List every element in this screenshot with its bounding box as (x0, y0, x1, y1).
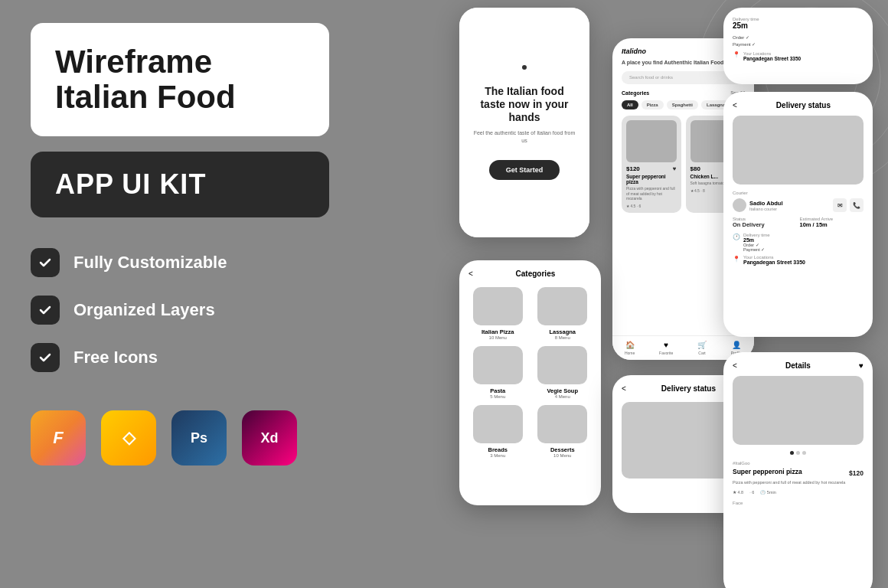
pill-spaghetti[interactable]: Spaghetti (667, 100, 698, 109)
cat-count-2: 8 Menu (555, 335, 570, 340)
nav-home[interactable]: 🏠 Home (625, 341, 635, 355)
cat-count-1: 10 Menu (489, 335, 507, 340)
search-placeholder: Search food or drinks (629, 75, 673, 80)
nav-favorite[interactable]: ♥ Favorite (659, 341, 673, 355)
cat-img-2 (537, 287, 587, 325)
food-price-1: $120 (626, 165, 640, 172)
cat-count-5: 3 Menu (490, 453, 505, 458)
checkmark-svg-2 (38, 302, 53, 318)
checkmark-svg-3 (38, 350, 53, 365)
courier-avatar (733, 198, 746, 212)
detail-product-image (733, 376, 864, 445)
courier-details: Sadio Abdul Italiano courier (749, 200, 782, 211)
splash-title: The Italian food taste now in your hands (472, 85, 577, 123)
courier-section-label: Courier (733, 191, 864, 195)
location-details: Your Locations Pangadegan Street 3350 (743, 255, 805, 265)
dr-back-icon[interactable]: < (733, 101, 737, 109)
feature-label-1: Fully Customizable (73, 253, 227, 273)
cat-img-5 (473, 405, 523, 443)
categories-back-icon[interactable]: < (468, 270, 473, 278)
food-image-1 (626, 120, 677, 162)
detail-rating: ★ 4.8 (733, 490, 743, 495)
pill-pizza[interactable]: Pizza (642, 100, 664, 109)
delivery-bottom-back-icon[interactable]: < (622, 384, 626, 393)
tagline-pre: A place you find (622, 60, 664, 65)
cat-item-1[interactable]: Italian Pizza 10 Menu (468, 287, 527, 340)
detail-header: < Details ♥ (733, 361, 864, 370)
cat-item-5[interactable]: Breads 3 Menu (468, 405, 527, 458)
location-info: Your Locations Pangadegan Street 3350 (743, 51, 801, 61)
adobexd-icon: Xd (242, 410, 297, 466)
food-price-row-1: $120 ♥ (626, 165, 677, 172)
delivery-time-section: Delivery time 25m (733, 17, 864, 30)
detail-heart-icon[interactable]: ♥ (859, 361, 864, 370)
detail-product-name: Super pepperoni pizza (733, 468, 802, 475)
heart-icon-1[interactable]: ♥ (673, 165, 677, 172)
detail-meta: ★ 4.8 · 6 🕐 5min (733, 490, 864, 495)
feature-item-1: Fully Customizable (31, 248, 329, 277)
tagline-bold: Authenthic Italian Food (664, 60, 724, 65)
check-icon-1 (31, 248, 60, 277)
cat-item-4[interactable]: Vegie Soup 4 Menu (534, 346, 593, 399)
phone-details-right: < Details ♥ #ItalGoo Super pepperoni piz… (723, 352, 873, 588)
cat-name-6: Desserts (550, 446, 575, 453)
clock-icon: 🕐 (733, 234, 740, 240)
dot-1 (790, 451, 794, 455)
dot-3 (802, 451, 806, 455)
figma-icon: F (31, 410, 86, 466)
order-payment-info: Order ✓ Payment ✓ (743, 243, 770, 252)
phones-area: The Italian food taste now in your hands… (322, 0, 880, 588)
courier-info: Sadio Abdul Italiano courier (733, 198, 782, 212)
home-logo: Italidno (622, 47, 646, 55)
cat-name-1: Italian Pizza (482, 328, 514, 335)
cat-name-2: Lassagna (549, 328, 576, 335)
dr-map-image (733, 116, 864, 185)
nav-cart-label: Cart (698, 351, 705, 355)
nav-cart[interactable]: 🛒 Cart (697, 341, 707, 355)
phone-categories: < Categories Italian Pizza 10 Menu Lassa… (459, 260, 601, 505)
pill-all[interactable]: All (622, 100, 638, 109)
main-title: Wireframe Italian Food (55, 44, 305, 115)
location-value-dr: Pangadegan Street 3350 (743, 260, 805, 265)
cat-name-5: Breads (488, 446, 508, 453)
cat-img-3 (473, 346, 523, 384)
estimated-col: Estimated Arrive 10m / 15m (800, 217, 864, 228)
cat-img-6 (537, 405, 587, 443)
cat-item-2[interactable]: Lassagna 8 Menu (534, 287, 593, 340)
cat-name-4: Vegie Soup (547, 387, 578, 394)
feature-item-3: Free Icons (31, 343, 329, 372)
call-button[interactable]: 📞 (850, 198, 864, 212)
subtitle-box: APP UI KIT (31, 152, 329, 217)
cat-img-1 (473, 287, 523, 325)
dr-content: < Delivery status Courier Sadio Abdul It… (723, 92, 873, 277)
order-row: Order ✓ (733, 34, 864, 40)
profile-nav-icon: 👤 (732, 341, 741, 349)
food-price-2: $80 (690, 165, 700, 172)
dr-title: Delivery status (743, 101, 864, 109)
subtitle: APP UI KIT (55, 168, 305, 201)
detail-content: < Details ♥ #ItalGoo Super pepperoni piz… (723, 352, 873, 514)
feature-item-2: Organized Layers (31, 296, 329, 325)
feature-label-2: Organized Layers (73, 300, 215, 320)
home-nav-icon: 🏠 (625, 341, 635, 349)
check-icon-2 (31, 296, 60, 325)
cat-count-6: 10 Menu (553, 453, 571, 458)
location-icon: 📍 (733, 256, 740, 263)
detail-category: #ItalGoo (733, 461, 864, 466)
phone-delivery-right: < Delivery status Courier Sadio Abdul It… (723, 92, 873, 337)
detail-desc: Pizza with pepperoni and full of meat ad… (733, 480, 864, 486)
splash-subtitle: Feel the authentic taste of Italian food… (472, 129, 577, 145)
get-started-button[interactable]: Get Started (489, 160, 560, 180)
cart-nav-icon: 🛒 (697, 341, 707, 349)
cat-item-6[interactable]: Desserts 10 Menu (534, 405, 593, 458)
cat-count-4: 4 Menu (555, 394, 570, 399)
face-label: Face (733, 501, 864, 505)
location-pin-icon: 📍 (733, 51, 740, 58)
food-card-1[interactable]: $120 ♥ Super pepperoni pizza Pizza with … (622, 116, 681, 213)
status-col: Status On Delivery (733, 217, 797, 228)
cat-item-3[interactable]: Pasta 5 Menu (468, 346, 527, 399)
cat-count-3: 5 Menu (490, 394, 505, 399)
courier-role: Italiano courier (749, 207, 782, 211)
message-button[interactable]: ✉ (833, 198, 847, 212)
check-icon-3 (31, 343, 60, 372)
